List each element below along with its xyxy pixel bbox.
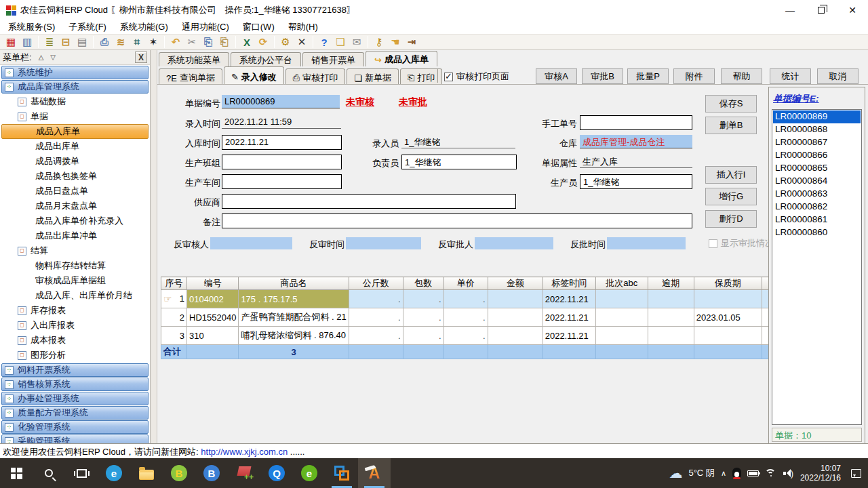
table-row[interactable]: 2HD1552040产蛋鸭育雏期配合饲料 . 21...2022.11.2120… xyxy=(161,308,785,327)
cell-name[interactable]: 175 . 175.17.5 xyxy=(239,290,349,308)
producer-field[interactable]: 1_华继铭 xyxy=(580,174,692,189)
edge-browser-icon[interactable]: e xyxy=(98,458,130,488)
refresh-icon[interactable]: ⟳ xyxy=(255,35,271,49)
calculator-icon[interactable]: ⌗ xyxy=(129,35,145,49)
window-panels-icon[interactable]: ▥ xyxy=(19,35,35,49)
column-header-保质期[interactable]: 保质期 xyxy=(694,277,762,290)
cell-bags[interactable]: . xyxy=(403,290,443,308)
task-view-button[interactable] xyxy=(65,458,98,488)
tree-nodes-icon[interactable]: ⊟ xyxy=(58,35,74,49)
side-button-删单B[interactable]: 删单B xyxy=(705,117,757,134)
action-button-审核A[interactable]: 审核A xyxy=(536,68,577,84)
warehouse-field[interactable]: 成品库管理-成品仓注 xyxy=(580,135,692,148)
menu-item-4[interactable]: 通用功能(C) xyxy=(178,21,239,33)
sidebar-item-成本报表[interactable]: ◻成本报表 xyxy=(0,333,150,348)
action-button-审批B[interactable]: 审批B xyxy=(582,68,623,84)
subtab-打印[interactable]: ⎗打印 xyxy=(400,68,442,85)
sidebar-splitter[interactable] xyxy=(151,50,157,443)
cell-price[interactable]: . xyxy=(443,308,488,327)
cell-code[interactable]: HD1552040 xyxy=(187,308,239,327)
scroll-down-icon[interactable]: ▽ xyxy=(50,54,56,61)
scroll-up-icon[interactable]: △ xyxy=(39,54,44,61)
hand-icon[interactable]: ☚ xyxy=(387,35,403,49)
doc-list-item[interactable]: LR00000860 xyxy=(773,226,861,239)
in-time-field[interactable]: 2022.11.21 xyxy=(222,135,342,150)
line-items-grid[interactable]: 序号编号商品名公斤数包数单价金额标签时间批次abc逾期保质期 ☞10104002… xyxy=(161,277,785,359)
supplier-field[interactable] xyxy=(222,194,516,209)
sidebar-subitem-物料库存结转结算[interactable]: 物料库存结转结算 xyxy=(0,258,150,273)
file-explorer-icon[interactable] xyxy=(130,458,163,488)
action-button-附件[interactable]: 附件 xyxy=(673,68,715,84)
erp-app-icon[interactable]: A xyxy=(358,458,391,488)
tab-系统办公平台[interactable]: 系统办公平台 xyxy=(231,52,301,66)
menu-item-6[interactable]: 帮助(H) xyxy=(284,21,328,33)
doc-list-item[interactable]: LR00000862 xyxy=(773,201,861,214)
sidebar-item-库存报表[interactable]: ◻库存报表 xyxy=(0,303,150,318)
status-url[interactable]: http://www.xjkj.com.cn xyxy=(201,447,288,457)
show-approval-checkbox[interactable]: 显示审批情况 xyxy=(709,237,774,249)
qq-tray-icon[interactable] xyxy=(732,468,741,479)
column-header-单价[interactable]: 单价 xyxy=(443,277,488,290)
side-button-保存S[interactable]: 保存S xyxy=(705,95,757,113)
cell-seq[interactable]: 3 xyxy=(161,327,187,345)
sidebar-subitem-成品出库单[interactable]: 成品出库单 xyxy=(0,139,150,154)
close-button[interactable]: ✕ xyxy=(837,0,868,20)
subtab-录入修改[interactable]: ✎录入修改 xyxy=(224,66,284,85)
excel-export-icon[interactable]: X xyxy=(239,35,255,49)
sidebar-close-button[interactable]: X xyxy=(135,52,147,63)
side-button-删行D[interactable]: 删行D xyxy=(705,210,757,228)
sidebar-subitem-成品日盘点单[interactable]: 成品日盘点单 xyxy=(0,184,150,199)
cell-label-date[interactable]: 2022.11.21 xyxy=(542,290,595,308)
cell-batch[interactable] xyxy=(595,308,648,327)
remark-field[interactable] xyxy=(222,214,692,228)
cell-label-date[interactable]: 2022.11.21 xyxy=(542,327,595,345)
doc-number-listbox[interactable]: LR00000869LR00000868LR00000867LR00000866… xyxy=(772,109,862,425)
paste-icon[interactable]: ⎗ xyxy=(216,35,233,49)
menu-item-5[interactable]: 窗口(W) xyxy=(239,21,284,33)
cell-batch[interactable] xyxy=(595,290,648,308)
sidebar-subitem-成品入库单价补充录入[interactable]: 成品入库单价补充录入 xyxy=(0,214,150,228)
sidebar-group-采购管理系统[interactable]: ⁘采购管理系统 xyxy=(1,434,149,443)
battery-icon[interactable] xyxy=(747,470,759,476)
app-b-blue-icon[interactable]: B xyxy=(195,458,228,488)
clipboard-settings-icon[interactable]: ⚙ xyxy=(277,35,294,49)
new-window-icon[interactable]: ❏ xyxy=(332,35,349,49)
doc-list-item[interactable]: LR00000868 xyxy=(773,123,861,136)
cell-amount[interactable] xyxy=(488,308,542,327)
restore-button[interactable] xyxy=(806,0,837,20)
run-person-icon[interactable]: ✶ xyxy=(145,35,161,49)
sidebar-subitem-成品换包换签单[interactable]: 成品换包换签单 xyxy=(0,169,150,184)
sidebar-subitem-审核成品库单据组[interactable]: 审核成品库单据组 xyxy=(0,273,150,288)
cell-name[interactable]: 产蛋鸭育雏期配合饲料 . 21 xyxy=(239,308,349,327)
column-header-商品名[interactable]: 商品名 xyxy=(239,277,349,290)
books-icon[interactable]: ≋ xyxy=(113,35,129,49)
sidebar-group-饲料开票系统[interactable]: ⁘饲料开票系统 xyxy=(1,363,149,377)
cell-overdue[interactable] xyxy=(648,327,694,345)
cell-overdue[interactable] xyxy=(648,308,694,327)
sidebar-group-质量配方管理系统[interactable]: ⁘质量配方管理系统 xyxy=(1,406,149,420)
minimize-button[interactable]: — xyxy=(774,0,806,20)
doc-list-item[interactable]: LR00000866 xyxy=(773,149,861,162)
cell-code[interactable]: 310 xyxy=(187,327,239,345)
column-header-公斤数[interactable]: 公斤数 xyxy=(349,277,403,290)
sidebar-item-图形分析[interactable]: ◻图形分析 xyxy=(0,348,150,363)
menu-item-3[interactable]: 系统功能(G) xyxy=(116,21,178,33)
doc-list-item[interactable]: LR00000861 xyxy=(773,214,861,226)
column-header-标签时间[interactable]: 标签时间 xyxy=(542,277,595,290)
cell-label-date[interactable]: 2022.11.21 xyxy=(542,308,595,327)
doc-list-item[interactable]: LR00000865 xyxy=(773,162,861,175)
print-icon[interactable]: ⎙ xyxy=(96,35,113,49)
doc-list-item[interactable]: LR00000869 xyxy=(773,110,861,123)
qq-browser-icon[interactable]: Q xyxy=(260,458,293,488)
charger-field[interactable]: 1_华继铭 xyxy=(401,155,517,169)
cell-bags[interactable]: . xyxy=(403,327,443,345)
tab-成品入库单[interactable]: ↪成品入库单 xyxy=(366,51,437,66)
action-button-帮助[interactable]: 帮助 xyxy=(721,68,762,84)
browser-360-icon[interactable]: e xyxy=(293,458,326,488)
cell-price[interactable]: . xyxy=(443,327,488,345)
action-button-统计[interactable]: 统计 xyxy=(770,68,811,84)
sidebar-group-办事处管理系统[interactable]: ⁘办事处管理系统 xyxy=(1,392,149,405)
column-header-批次abc[interactable]: 批次abc xyxy=(595,277,648,290)
cell-expiry[interactable] xyxy=(694,290,762,308)
app-logo-icon[interactable]: ▦ xyxy=(3,35,19,49)
